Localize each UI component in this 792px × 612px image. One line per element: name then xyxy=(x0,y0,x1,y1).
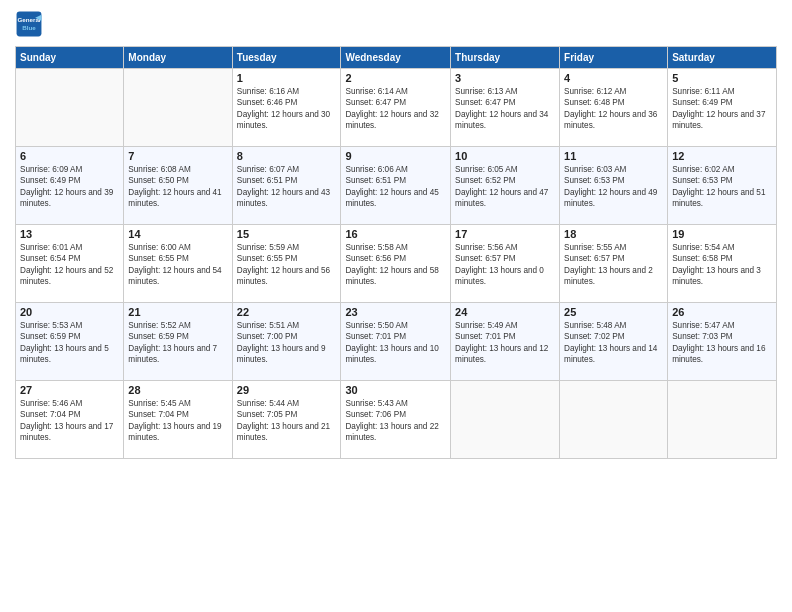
day-info: Sunrise: 5:53 AMSunset: 6:59 PMDaylight:… xyxy=(20,320,119,366)
week-row-1: 1Sunrise: 6:16 AMSunset: 6:46 PMDaylight… xyxy=(16,69,777,147)
day-info: Sunrise: 5:49 AMSunset: 7:01 PMDaylight:… xyxy=(455,320,555,366)
calendar-cell: 28Sunrise: 5:45 AMSunset: 7:04 PMDayligh… xyxy=(124,381,232,459)
week-row-5: 27Sunrise: 5:46 AMSunset: 7:04 PMDayligh… xyxy=(16,381,777,459)
day-info: Sunrise: 6:13 AMSunset: 6:47 PMDaylight:… xyxy=(455,86,555,132)
day-info: Sunrise: 5:52 AMSunset: 6:59 PMDaylight:… xyxy=(128,320,227,366)
logo: General Blue xyxy=(15,10,47,38)
calendar-cell: 16Sunrise: 5:58 AMSunset: 6:56 PMDayligh… xyxy=(341,225,451,303)
day-info: Sunrise: 5:48 AMSunset: 7:02 PMDaylight:… xyxy=(564,320,663,366)
calendar-cell: 7Sunrise: 6:08 AMSunset: 6:50 PMDaylight… xyxy=(124,147,232,225)
calendar-cell: 3Sunrise: 6:13 AMSunset: 6:47 PMDaylight… xyxy=(451,69,560,147)
calendar-cell xyxy=(16,69,124,147)
day-info: Sunrise: 6:06 AMSunset: 6:51 PMDaylight:… xyxy=(345,164,446,210)
calendar-cell: 20Sunrise: 5:53 AMSunset: 6:59 PMDayligh… xyxy=(16,303,124,381)
calendar-table: SundayMondayTuesdayWednesdayThursdayFrid… xyxy=(15,46,777,459)
day-number: 19 xyxy=(672,228,772,240)
day-number: 12 xyxy=(672,150,772,162)
day-info: Sunrise: 5:58 AMSunset: 6:56 PMDaylight:… xyxy=(345,242,446,288)
day-number: 7 xyxy=(128,150,227,162)
day-number: 21 xyxy=(128,306,227,318)
calendar-cell: 25Sunrise: 5:48 AMSunset: 7:02 PMDayligh… xyxy=(560,303,668,381)
day-number: 13 xyxy=(20,228,119,240)
calendar-cell xyxy=(451,381,560,459)
calendar-cell: 14Sunrise: 6:00 AMSunset: 6:55 PMDayligh… xyxy=(124,225,232,303)
calendar-cell: 1Sunrise: 6:16 AMSunset: 6:46 PMDaylight… xyxy=(232,69,341,147)
calendar-cell: 13Sunrise: 6:01 AMSunset: 6:54 PMDayligh… xyxy=(16,225,124,303)
calendar-cell: 30Sunrise: 5:43 AMSunset: 7:06 PMDayligh… xyxy=(341,381,451,459)
week-row-3: 13Sunrise: 6:01 AMSunset: 6:54 PMDayligh… xyxy=(16,225,777,303)
week-row-4: 20Sunrise: 5:53 AMSunset: 6:59 PMDayligh… xyxy=(16,303,777,381)
day-info: Sunrise: 5:45 AMSunset: 7:04 PMDaylight:… xyxy=(128,398,227,444)
weekday-header-wednesday: Wednesday xyxy=(341,47,451,69)
calendar-cell: 10Sunrise: 6:05 AMSunset: 6:52 PMDayligh… xyxy=(451,147,560,225)
calendar-cell: 26Sunrise: 5:47 AMSunset: 7:03 PMDayligh… xyxy=(668,303,777,381)
day-number: 5 xyxy=(672,72,772,84)
calendar-cell: 9Sunrise: 6:06 AMSunset: 6:51 PMDaylight… xyxy=(341,147,451,225)
weekday-header-tuesday: Tuesday xyxy=(232,47,341,69)
day-number: 1 xyxy=(237,72,337,84)
day-info: Sunrise: 6:16 AMSunset: 6:46 PMDaylight:… xyxy=(237,86,337,132)
logo-icon: General Blue xyxy=(15,10,43,38)
svg-text:Blue: Blue xyxy=(22,24,36,31)
day-info: Sunrise: 6:00 AMSunset: 6:55 PMDaylight:… xyxy=(128,242,227,288)
day-info: Sunrise: 5:50 AMSunset: 7:01 PMDaylight:… xyxy=(345,320,446,366)
day-info: Sunrise: 6:08 AMSunset: 6:50 PMDaylight:… xyxy=(128,164,227,210)
day-info: Sunrise: 6:02 AMSunset: 6:53 PMDaylight:… xyxy=(672,164,772,210)
day-number: 6 xyxy=(20,150,119,162)
calendar-cell: 29Sunrise: 5:44 AMSunset: 7:05 PMDayligh… xyxy=(232,381,341,459)
day-number: 9 xyxy=(345,150,446,162)
day-info: Sunrise: 5:51 AMSunset: 7:00 PMDaylight:… xyxy=(237,320,337,366)
day-number: 30 xyxy=(345,384,446,396)
day-info: Sunrise: 5:43 AMSunset: 7:06 PMDaylight:… xyxy=(345,398,446,444)
calendar-cell: 21Sunrise: 5:52 AMSunset: 6:59 PMDayligh… xyxy=(124,303,232,381)
day-number: 28 xyxy=(128,384,227,396)
day-info: Sunrise: 6:03 AMSunset: 6:53 PMDaylight:… xyxy=(564,164,663,210)
calendar-cell: 24Sunrise: 5:49 AMSunset: 7:01 PMDayligh… xyxy=(451,303,560,381)
day-number: 25 xyxy=(564,306,663,318)
calendar-cell: 6Sunrise: 6:09 AMSunset: 6:49 PMDaylight… xyxy=(16,147,124,225)
day-info: Sunrise: 6:09 AMSunset: 6:49 PMDaylight:… xyxy=(20,164,119,210)
calendar-cell: 2Sunrise: 6:14 AMSunset: 6:47 PMDaylight… xyxy=(341,69,451,147)
day-number: 17 xyxy=(455,228,555,240)
day-info: Sunrise: 5:46 AMSunset: 7:04 PMDaylight:… xyxy=(20,398,119,444)
calendar-cell: 4Sunrise: 6:12 AMSunset: 6:48 PMDaylight… xyxy=(560,69,668,147)
calendar-cell: 12Sunrise: 6:02 AMSunset: 6:53 PMDayligh… xyxy=(668,147,777,225)
day-number: 2 xyxy=(345,72,446,84)
day-info: Sunrise: 5:55 AMSunset: 6:57 PMDaylight:… xyxy=(564,242,663,288)
day-info: Sunrise: 6:05 AMSunset: 6:52 PMDaylight:… xyxy=(455,164,555,210)
day-info: Sunrise: 6:07 AMSunset: 6:51 PMDaylight:… xyxy=(237,164,337,210)
day-info: Sunrise: 5:59 AMSunset: 6:55 PMDaylight:… xyxy=(237,242,337,288)
week-row-2: 6Sunrise: 6:09 AMSunset: 6:49 PMDaylight… xyxy=(16,147,777,225)
calendar-cell: 19Sunrise: 5:54 AMSunset: 6:58 PMDayligh… xyxy=(668,225,777,303)
calendar-cell: 23Sunrise: 5:50 AMSunset: 7:01 PMDayligh… xyxy=(341,303,451,381)
day-info: Sunrise: 6:14 AMSunset: 6:47 PMDaylight:… xyxy=(345,86,446,132)
day-number: 24 xyxy=(455,306,555,318)
weekday-header-saturday: Saturday xyxy=(668,47,777,69)
calendar-cell: 22Sunrise: 5:51 AMSunset: 7:00 PMDayligh… xyxy=(232,303,341,381)
calendar-cell: 27Sunrise: 5:46 AMSunset: 7:04 PMDayligh… xyxy=(16,381,124,459)
calendar-cell: 17Sunrise: 5:56 AMSunset: 6:57 PMDayligh… xyxy=(451,225,560,303)
day-number: 29 xyxy=(237,384,337,396)
day-info: Sunrise: 6:01 AMSunset: 6:54 PMDaylight:… xyxy=(20,242,119,288)
calendar-cell: 15Sunrise: 5:59 AMSunset: 6:55 PMDayligh… xyxy=(232,225,341,303)
weekday-header-sunday: Sunday xyxy=(16,47,124,69)
weekday-header-thursday: Thursday xyxy=(451,47,560,69)
calendar-cell xyxy=(560,381,668,459)
day-number: 20 xyxy=(20,306,119,318)
day-number: 26 xyxy=(672,306,772,318)
day-number: 16 xyxy=(345,228,446,240)
calendar-cell: 11Sunrise: 6:03 AMSunset: 6:53 PMDayligh… xyxy=(560,147,668,225)
header: General Blue xyxy=(15,10,777,38)
day-number: 8 xyxy=(237,150,337,162)
calendar-cell xyxy=(124,69,232,147)
day-number: 4 xyxy=(564,72,663,84)
day-number: 3 xyxy=(455,72,555,84)
day-info: Sunrise: 6:11 AMSunset: 6:49 PMDaylight:… xyxy=(672,86,772,132)
day-number: 10 xyxy=(455,150,555,162)
day-number: 15 xyxy=(237,228,337,240)
calendar-cell: 5Sunrise: 6:11 AMSunset: 6:49 PMDaylight… xyxy=(668,69,777,147)
day-info: Sunrise: 6:12 AMSunset: 6:48 PMDaylight:… xyxy=(564,86,663,132)
day-info: Sunrise: 5:56 AMSunset: 6:57 PMDaylight:… xyxy=(455,242,555,288)
calendar-container: General Blue SundayMondayTuesdayWednesda… xyxy=(0,0,792,612)
day-number: 11 xyxy=(564,150,663,162)
